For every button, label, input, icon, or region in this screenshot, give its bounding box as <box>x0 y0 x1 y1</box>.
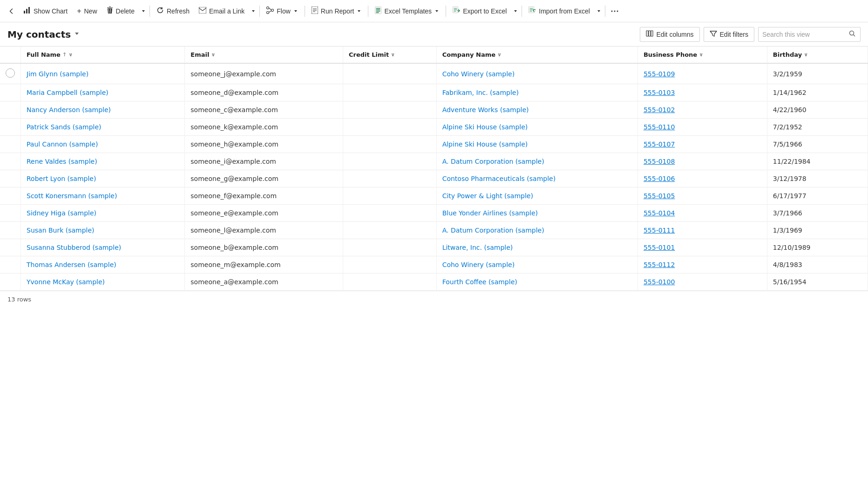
back-button[interactable] <box>4 3 19 20</box>
email-cell: someone_d@example.com <box>185 84 343 101</box>
export-excel-button[interactable]: Export to Excel <box>448 3 511 20</box>
business-phone-cell[interactable]: 555-0102 <box>644 106 675 114</box>
edit-columns-button[interactable]: Edit columns <box>640 27 699 42</box>
business-phone-cell[interactable]: 555-0103 <box>644 89 675 96</box>
credit-limit-cell <box>343 187 436 205</box>
svg-rect-3 <box>199 7 206 13</box>
separator-2 <box>259 6 260 17</box>
birthday-filter-icon[interactable]: ∨ <box>804 52 808 58</box>
business-phone-filter-icon[interactable]: ∨ <box>699 52 703 58</box>
business-phone-cell[interactable]: 555-0108 <box>644 158 675 165</box>
birthday-cell: 3/2/1959 <box>767 63 868 84</box>
checkbox-header[interactable] <box>0 47 21 63</box>
business-phone-cell[interactable]: 555-0105 <box>644 192 675 200</box>
table-row: Susan Burk (sample)someone_l@example.com… <box>0 222 868 239</box>
more-options-button[interactable] <box>607 3 622 20</box>
search-input[interactable] <box>762 31 846 38</box>
edit-filters-button[interactable]: Edit filters <box>704 27 754 42</box>
email-link-button[interactable]: Email a Link <box>194 3 249 20</box>
company-name-cell[interactable]: Contoso Pharmaceuticals (sample) <box>442 175 556 182</box>
fullname-cell[interactable]: Jim Glynn (sample) <box>27 70 88 78</box>
fullname-cell[interactable]: Rene Valdes (sample) <box>27 158 97 165</box>
credit-limit-cell <box>343 274 436 291</box>
business-phone-cell[interactable]: 555-0111 <box>644 227 675 234</box>
export-excel-dropdown-button[interactable] <box>511 3 520 20</box>
fullname-cell[interactable]: Nancy Anderson (sample) <box>27 106 111 114</box>
company-name-cell[interactable]: Alpine Ski House (sample) <box>442 123 528 131</box>
company-name-cell[interactable]: Alpine Ski House (sample) <box>442 140 528 148</box>
footer: 13 rows <box>0 291 868 307</box>
fullname-cell[interactable]: Sidney Higa (sample) <box>27 209 96 217</box>
company-name-cell[interactable]: City Power & Light (sample) <box>442 192 533 200</box>
new-button[interactable]: + New <box>72 3 102 20</box>
company-name-cell[interactable]: Fabrikam, Inc. (sample) <box>442 89 519 96</box>
company-name-cell[interactable]: Coho Winery (sample) <box>442 261 515 268</box>
fullname-cell[interactable]: Patrick Sands (sample) <box>27 123 102 131</box>
run-report-button[interactable]: Run Report <box>307 3 366 20</box>
import-excel-icon <box>529 7 536 15</box>
business-phone-cell[interactable]: 555-0112 <box>644 261 675 268</box>
business-phone-header-label: Business Phone <box>644 51 697 58</box>
credit-limit-column-header[interactable]: Credit Limit ∨ <box>343 47 436 63</box>
business-phone-cell[interactable]: 555-0109 <box>644 70 675 78</box>
birthday-cell: 4/22/1960 <box>767 101 868 119</box>
flow-button[interactable]: Flow <box>262 3 303 20</box>
business-phone-cell[interactable]: 555-0101 <box>644 244 675 251</box>
fullname-cell[interactable]: Paul Cannon (sample) <box>27 140 98 148</box>
flow-label: Flow <box>277 7 291 15</box>
email-column-header[interactable]: Email ∨ <box>185 47 343 63</box>
credit-limit-cell <box>343 119 436 136</box>
email-cell: someone_e@example.com <box>185 205 343 222</box>
business-phone-cell[interactable]: 555-0100 <box>644 278 675 286</box>
delete-label: Delete <box>116 7 135 15</box>
company-name-cell[interactable]: Blue Yonder Airlines (sample) <box>442 209 538 217</box>
fullname-cell[interactable]: Scott Konersmann (sample) <box>27 192 117 200</box>
company-name-cell[interactable]: A. Datum Corporation (sample) <box>442 158 544 165</box>
row-selector[interactable] <box>6 68 15 78</box>
company-name-column-header[interactable]: Company Name ∨ <box>436 47 637 63</box>
company-name-cell[interactable]: Adventure Works (sample) <box>442 106 529 114</box>
fullname-cell[interactable]: Robert Lyon (sample) <box>27 175 96 182</box>
business-phone-cell[interactable]: 555-0107 <box>644 140 675 148</box>
email-icon <box>199 7 206 15</box>
title-dropdown-button[interactable] <box>74 30 80 38</box>
email-cell: someone_a@example.com <box>185 274 343 291</box>
fullname-cell[interactable]: Thomas Andersen (sample) <box>27 261 116 268</box>
email-link-dropdown-button[interactable] <box>249 3 258 20</box>
business-phone-column-header[interactable]: Business Phone ∨ <box>637 47 767 63</box>
table-row: Patrick Sands (sample)someone_k@example.… <box>0 119 868 136</box>
company-name-cell[interactable]: Fourth Coffee (sample) <box>442 278 517 286</box>
delete-dropdown-button[interactable] <box>139 3 148 20</box>
excel-templates-button[interactable]: Excel Templates <box>370 3 444 20</box>
import-excel-dropdown-button[interactable] <box>595 3 603 20</box>
fullname-cell[interactable]: Maria Campbell (sample) <box>27 89 108 96</box>
fullname-cell[interactable]: Susanna Stubberod (sample) <box>27 244 121 251</box>
business-phone-cell[interactable]: 555-0110 <box>644 123 675 131</box>
company-name-cell[interactable]: Litware, Inc. (sample) <box>442 244 513 251</box>
refresh-icon <box>156 7 164 15</box>
company-name-cell[interactable]: A. Datum Corporation (sample) <box>442 227 544 234</box>
header-actions: Edit columns Edit filters <box>640 27 861 42</box>
birthday-column-header[interactable]: Birthday ∨ <box>767 47 868 63</box>
svg-point-16 <box>617 10 618 12</box>
business-phone-cell[interactable]: 555-0106 <box>644 175 675 182</box>
birthday-cell: 5/16/1954 <box>767 274 868 291</box>
birthday-cell: 7/2/1952 <box>767 119 868 136</box>
credit-limit-filter-icon[interactable]: ∨ <box>391 52 395 58</box>
credit-limit-cell <box>343 256 436 274</box>
refresh-button[interactable]: Refresh <box>152 3 194 20</box>
company-name-filter-icon[interactable]: ∨ <box>497 52 502 58</box>
contacts-table: Full Name ↑ ∨ Email ∨ Credit Limit ∨ <box>0 47 868 291</box>
company-name-cell[interactable]: Coho Winery (sample) <box>442 70 515 78</box>
show-chart-button[interactable]: Show Chart <box>19 3 72 20</box>
fullname-filter-icon[interactable]: ∨ <box>68 52 73 58</box>
import-excel-button[interactable]: Import from Excel <box>524 3 595 20</box>
email-filter-icon[interactable]: ∨ <box>211 52 215 58</box>
delete-button[interactable]: Delete <box>102 3 139 20</box>
fullname-cell[interactable]: Yvonne McKay (sample) <box>27 278 105 286</box>
fullname-column-header[interactable]: Full Name ↑ ∨ <box>21 47 185 63</box>
business-phone-cell[interactable]: 555-0104 <box>644 209 675 217</box>
svg-rect-19 <box>651 31 653 36</box>
svg-rect-2 <box>28 7 30 13</box>
fullname-cell[interactable]: Susan Burk (sample) <box>27 227 95 234</box>
